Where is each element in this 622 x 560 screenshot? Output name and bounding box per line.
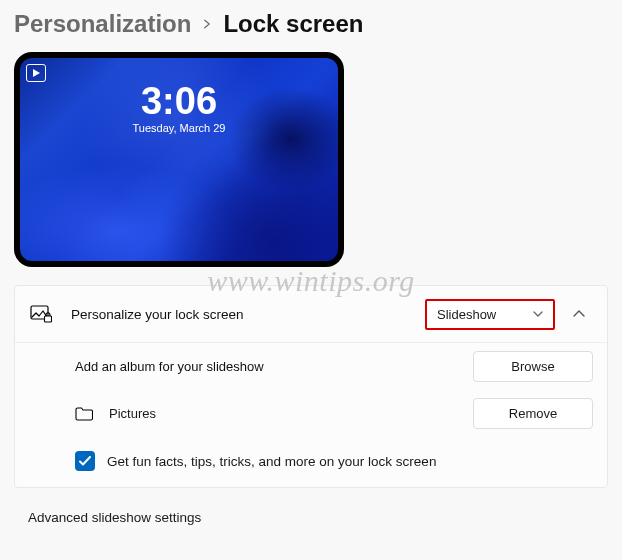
svg-rect-1 — [45, 316, 52, 322]
remove-button[interactable]: Remove — [473, 398, 593, 429]
personalize-label: Personalize your lock screen — [71, 307, 425, 322]
folder-icon — [75, 407, 95, 421]
browse-button[interactable]: Browse — [473, 351, 593, 382]
picture-lock-icon — [29, 305, 53, 323]
funfacts-checkbox[interactable] — [75, 451, 95, 471]
chevron-down-icon — [533, 307, 543, 322]
preview-time: 3:06 — [20, 82, 338, 120]
lock-screen-type-select[interactable]: Slideshow — [425, 299, 555, 330]
preview-date: Tuesday, March 29 — [20, 122, 338, 134]
select-value: Slideshow — [437, 307, 496, 322]
breadcrumb-current: Lock screen — [223, 10, 363, 38]
slideshow-play-icon — [26, 64, 46, 82]
personalize-card: Personalize your lock screen Slideshow A… — [14, 285, 608, 488]
collapse-toggle[interactable] — [565, 300, 593, 328]
lock-screen-preview: 3:06 Tuesday, March 29 — [14, 52, 344, 267]
advanced-slideshow-row[interactable]: Advanced slideshow settings — [14, 494, 608, 525]
add-album-label: Add an album for your slideshow — [75, 359, 473, 374]
breadcrumb-parent[interactable]: Personalization — [14, 10, 191, 38]
chevron-right-icon — [201, 14, 213, 35]
breadcrumb: Personalization Lock screen — [14, 10, 608, 38]
advanced-label: Advanced slideshow settings — [28, 510, 201, 525]
funfacts-label: Get fun facts, tips, tricks, and more on… — [107, 454, 436, 469]
folder-name: Pictures — [109, 406, 473, 421]
